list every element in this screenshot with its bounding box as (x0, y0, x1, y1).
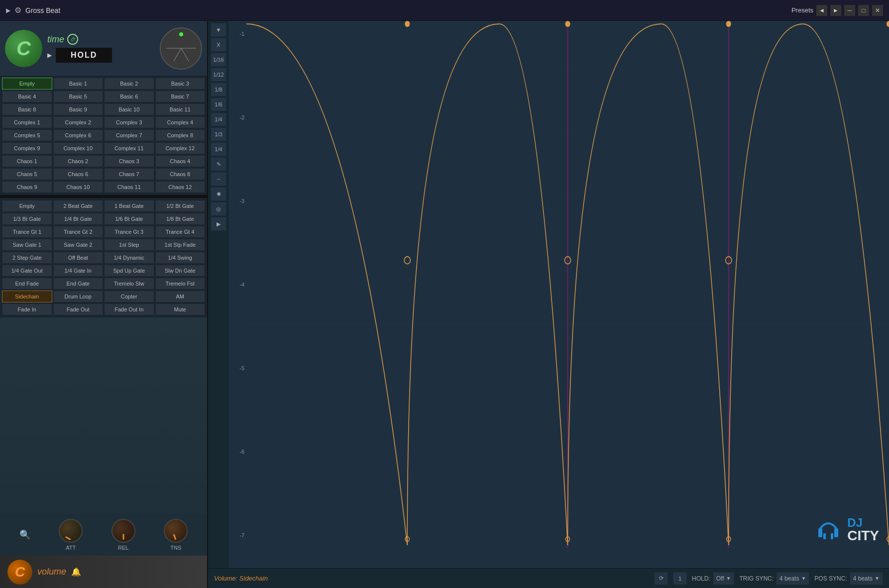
att-knob[interactable] (59, 519, 83, 543)
env-side-btn-1-8[interactable]: 1/8 (211, 83, 226, 97)
preset-cell[interactable]: Complex 11 (104, 142, 154, 154)
env-side-btn-arrow[interactable]: → (211, 172, 226, 186)
preset-cell[interactable]: 1st Stp Fade (155, 239, 206, 251)
preset-cell[interactable]: Chaos 4 (155, 155, 206, 167)
envelope-canvas[interactable] (246, 21, 889, 548)
env-side-btn-pencil[interactable]: ✎ (211, 157, 226, 171)
gear-icon[interactable]: ⚙ (14, 5, 21, 15)
preset-cell[interactable]: Saw Gate 1 (2, 239, 52, 251)
env-side-btn-star[interactable]: ✱ (211, 187, 226, 201)
env-side-btn-x[interactable]: X (211, 38, 226, 52)
trig-sync-dropdown[interactable]: 4 beats ▼ (776, 572, 809, 585)
env-side-btn-1-3[interactable]: 1/3 (211, 127, 226, 141)
preset-cell[interactable]: 1/8 Bt Gate (155, 213, 206, 225)
env-side-btn-1-4b[interactable]: 1/4 (211, 142, 226, 156)
preset-cell[interactable]: Chaos 1 (2, 155, 52, 167)
maximize-button[interactable]: □ (858, 5, 869, 16)
minimize-button[interactable]: ─ (844, 5, 855, 16)
preset-cell[interactable]: Trance Gt 1 (2, 226, 52, 238)
preset-cell[interactable]: Empty (2, 200, 52, 212)
preset-cell[interactable]: 1/2 Bt Gate (155, 200, 206, 212)
preset-cell[interactable]: 1/4 Bt Gate (53, 213, 104, 225)
presets-next-button[interactable]: ► (830, 5, 841, 16)
preset-cell[interactable]: Mute (155, 303, 206, 315)
preset-cell[interactable]: Trance Gt 3 (104, 226, 154, 238)
preset-cell[interactable]: Basic 2 (104, 78, 154, 90)
preset-cell[interactable]: Chaos 2 (53, 155, 104, 167)
preset-cell[interactable]: Basic 3 (155, 78, 206, 90)
tns-knob[interactable] (164, 519, 188, 543)
env-side-btn-circle[interactable]: ◎ (211, 202, 226, 216)
preset-cell[interactable]: Sidechain (2, 291, 52, 302)
presets-prev-button[interactable]: ◄ (816, 5, 827, 16)
preset-cell[interactable]: Complex 5 (2, 129, 52, 141)
preset-cell[interactable]: End Fade (2, 278, 52, 290)
preset-cell[interactable]: Chaos 9 (2, 181, 52, 193)
preset-cell[interactable]: Chaos 11 (104, 181, 154, 193)
preset-cell[interactable]: Slw Dn Gate (155, 265, 206, 277)
preset-cell[interactable]: Basic 1 (53, 78, 104, 90)
preset-cell[interactable]: Complex 10 (53, 142, 104, 154)
close-button[interactable]: ✕ (872, 5, 883, 16)
preset-cell[interactable]: Chaos 12 (155, 181, 206, 193)
preset-cell[interactable]: 1/4 Dynamic (104, 252, 154, 264)
menu-arrow[interactable]: ▶ (6, 7, 10, 14)
preset-cell[interactable]: 1/4 Gate In (53, 265, 104, 277)
preset-cell[interactable]: Copter (104, 291, 154, 302)
preset-cell[interactable]: Tremelo Slw (104, 278, 154, 290)
preset-cell[interactable]: Complex 4 (155, 116, 206, 128)
hold-arrow-icon[interactable]: ▶ (47, 52, 52, 59)
preset-cell[interactable]: End Gate (53, 278, 104, 290)
preset-cell[interactable]: Complex 9 (2, 142, 52, 154)
preset-cell[interactable]: 1st Step (104, 239, 154, 251)
preset-cell[interactable]: Basic 8 (2, 103, 52, 115)
preset-cell[interactable]: Basic 11 (155, 103, 206, 115)
env-side-btn-1-6[interactable]: 1/6 (211, 98, 226, 111)
preset-cell[interactable]: Basic 7 (155, 91, 206, 102)
env-side-btn-1-12[interactable]: 1/12 (211, 68, 226, 82)
preset-cell[interactable]: Complex 2 (53, 116, 104, 128)
preset-cell[interactable]: Basic 5 (53, 91, 104, 102)
preset-cell[interactable]: Basic 9 (53, 103, 104, 115)
preset-cell[interactable]: Basic 4 (2, 91, 52, 102)
preset-cell[interactable]: Empty (2, 78, 52, 90)
preset-cell[interactable]: Drum Loop (53, 291, 104, 302)
preset-cell[interactable]: Chaos 6 (53, 168, 104, 180)
preset-cell[interactable]: Chaos 3 (104, 155, 154, 167)
hold-dropdown[interactable]: Off ▼ (713, 572, 735, 585)
preset-cell[interactable]: Chaos 7 (104, 168, 154, 180)
preset-cell[interactable]: Basic 10 (104, 103, 154, 115)
preset-cell[interactable]: Trance Gt 2 (53, 226, 104, 238)
env-side-btn-play[interactable]: ▶ (211, 217, 226, 231)
num-button[interactable]: 1 (673, 572, 687, 585)
preset-cell[interactable]: Chaos 10 (53, 181, 104, 193)
preset-cell[interactable]: Chaos 5 (2, 168, 52, 180)
preset-cell[interactable]: Tremelo Fst (155, 278, 206, 290)
rel-knob[interactable] (111, 519, 135, 543)
preset-cell[interactable]: Fade Out (53, 303, 104, 315)
hold-button[interactable]: HOLD (56, 48, 112, 63)
preset-cell[interactable]: 1/6 Bt Gate (104, 213, 154, 225)
preset-cell[interactable]: Complex 6 (53, 129, 104, 141)
preset-cell[interactable]: Basic 6 (104, 91, 154, 102)
preset-cell[interactable]: Complex 8 (155, 129, 206, 141)
preset-cell[interactable]: Fade Out In (104, 303, 154, 315)
preset-cell[interactable]: Complex 7 (104, 129, 154, 141)
preset-cell[interactable]: 1/4 Gate Out (2, 265, 52, 277)
pos-sync-dropdown[interactable]: 4 beats ▼ (850, 572, 883, 585)
preset-cell[interactable]: 1/3 Bt Gate (2, 213, 52, 225)
preset-cell[interactable]: AM (155, 291, 206, 302)
preset-cell[interactable]: 2 Step Gate (2, 252, 52, 264)
preset-cell[interactable]: Complex 1 (2, 116, 52, 128)
env-side-btn-down[interactable]: ▼ (211, 23, 226, 37)
preset-cell[interactable]: Chaos 8 (155, 168, 206, 180)
loop-button[interactable]: ⟳ (654, 572, 668, 585)
preset-cell[interactable]: Fade In (2, 303, 52, 315)
preset-cell[interactable]: 2 Beat Gate (53, 200, 104, 212)
preset-cell[interactable]: Complex 12 (155, 142, 206, 154)
preset-cell[interactable]: Spd Up Gate (104, 265, 154, 277)
env-side-btn-1-16[interactable]: 1/16 (211, 53, 226, 67)
preset-cell[interactable]: Trance Gt 4 (155, 226, 206, 238)
preset-cell[interactable]: 1/4 Swing (155, 252, 206, 264)
env-side-btn-1-4[interactable]: 1/4 (211, 112, 226, 126)
